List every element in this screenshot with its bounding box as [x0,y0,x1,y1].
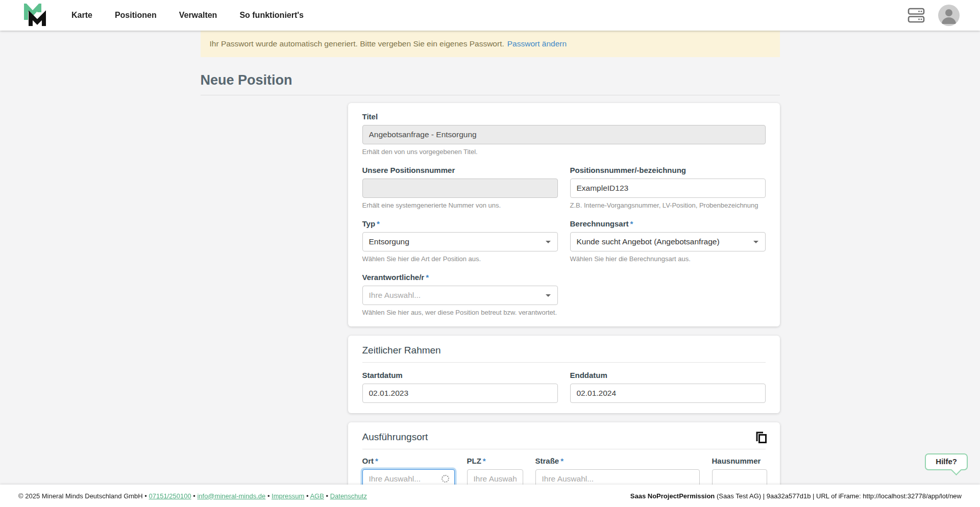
footer-env-name: Saas NoProjectPermission [630,492,715,500]
required-marker: * [560,457,564,465]
positionsnummer-label: Positionsnummer/-bezeichnung [570,166,766,174]
position-form-card: Titel Erhält den von uns vorgegebenen Ti… [348,103,780,326]
zeitlicher-rahmen-heading: Zeitlicher Rahmen [362,345,766,356]
verantwortliche-label: Verantwortliche/r [362,273,425,282]
card-divider [362,362,766,363]
user-avatar[interactable] [938,5,960,26]
main-nav: KartePositionenVerwaltenSo funktioniert'… [71,11,304,20]
strasse-field: Straße* [535,457,700,489]
typ-label: Typ [362,219,376,228]
startdatum-field: Startdatum [362,371,558,403]
footer-separator: • [191,492,198,500]
berechnungsart-field: Berechnungsart* Kunde sucht Angebot (Ang… [570,219,766,263]
positionsnummer-input[interactable] [570,179,766,198]
footer-separator: • [143,492,149,500]
footer-separator: • [265,492,272,500]
footer-separator: • [324,492,330,500]
footer: © 2025 Mineral Minds Deutschland GmbH • … [0,485,980,507]
berechnungsart-label: Berechnungsart [570,219,629,228]
unsere-positionsnummer-label: Unsere Positionsnummer [362,166,558,174]
berechnungsart-select-value: Kunde sucht Angebot (Angebotsanfrage) [577,237,720,246]
mineral-minds-logo[interactable] [22,3,51,28]
footer-link[interactable]: AGB [310,492,324,500]
startdatum-input[interactable] [362,384,558,403]
titel-field: Titel Erhält den von uns vorgegebenen Ti… [362,112,766,156]
titel-input [362,125,766,144]
startdatum-label: Startdatum [362,371,558,379]
banner-text: Ihr Passwort wurde automatisch generiert… [210,39,504,48]
footer-link[interactable]: Datenschutz [330,492,367,500]
footer-link[interactable]: info@mineral-minds.de [197,492,265,500]
page-title: Neue Position [201,72,780,88]
footer-environment-info: Saas NoProjectPermission (Saas Test AG) … [630,492,962,500]
password-warning-banner: Ihr Passwort wurde automatisch generiert… [201,31,780,57]
unsere-positionsnummer-input [362,179,558,198]
zeitlicher-rahmen-card: Zeitlicher Rahmen Startdatum Enddatum [348,336,780,413]
copy-icon[interactable] [754,430,768,445]
titel-helper: Erhält den von uns vorgegebenen Titel. [362,148,766,156]
typ-select-value: Entsorgung [369,237,409,246]
unsere-positionsnummer-field: Unsere Positionsnummer Erhält eine syste… [362,166,558,209]
logo-icon [22,4,50,27]
nav-item-verwalten[interactable]: Verwalten [179,11,217,20]
nav-item-karte[interactable]: Karte [71,11,92,20]
footer-env-details: (Saas Test AG) | 9aa32a577d1b | URL of i… [715,492,962,500]
ort-label: Ort [362,457,374,465]
required-marker: * [630,219,633,228]
ausfuehrungsort-heading: Ausführungsort [362,432,766,443]
footer-link[interactable]: 07151/250100 [149,492,191,500]
verantwortliche-helper: Wählen Sie hier aus, wer diese Position … [362,309,558,316]
required-marker: * [426,273,429,282]
required-marker: * [483,457,486,465]
footer-link[interactable]: Impressum [272,492,304,500]
positionsnummer-helper: Z.B. Interne-Vorgangsnummer, LV-Position… [570,201,766,209]
title-divider [201,95,780,95]
card-divider [362,449,766,449]
berechnungsart-helper: Wählen Sie hier die Berechnungsart aus. [570,255,766,263]
hausnummer-label: Hausnummer [712,457,767,465]
verantwortliche-select[interactable]: Ihre Auswahl... [362,286,558,305]
plz-label: PLZ [467,457,481,465]
enddatum-input[interactable] [570,384,766,403]
nav-item-positionen[interactable]: Positionen [115,11,157,20]
strasse-label: Straße [535,457,559,465]
enddatum-label: Enddatum [570,371,766,379]
change-password-link[interactable]: Passwort ändern [507,39,567,48]
footer-left: © 2025 Mineral Minds Deutschland GmbH • … [18,492,367,500]
typ-select[interactable]: Entsorgung [362,232,558,251]
footer-separator: • [304,492,310,500]
berechnungsart-select[interactable]: Kunde sucht Angebot (Angebotsanfrage) [570,232,766,251]
loading-spinner-icon [442,475,449,483]
positionsnummer-field: Positionsnummer/-bezeichnung Z.B. Intern… [570,166,766,209]
verantwortliche-field: Verantwortliche/r* Ihre Auswahl... Wähle… [362,273,558,316]
required-marker: * [377,219,380,228]
top-navbar: KartePositionenVerwaltenSo funktioniert'… [0,0,980,31]
plz-field: PLZ* [467,457,523,489]
hausnummer-field: Hausnummer [712,457,767,489]
typ-field: Typ* Entsorgung Wählen Sie hier die Art … [362,219,558,263]
verantwortliche-select-placeholder: Ihre Auswahl... [369,291,421,300]
person-icon [938,5,960,26]
help-button[interactable]: Hilfe? [925,453,968,470]
copyright-text: © 2025 Mineral Minds Deutschland GmbH [18,492,143,500]
nav-item-so-funktionierts[interactable]: So funktioniert's [239,11,304,20]
database-icon[interactable] [908,7,925,23]
unsere-positionsnummer-helper: Erhält eine systemgenerierte Nummer von … [362,201,558,209]
ort-field: Ort* [362,457,455,489]
required-marker: * [375,457,378,465]
enddatum-field: Enddatum [570,371,766,403]
titel-label: Titel [362,112,766,121]
typ-helper: Wählen Sie hier die Art der Position aus… [362,255,558,263]
